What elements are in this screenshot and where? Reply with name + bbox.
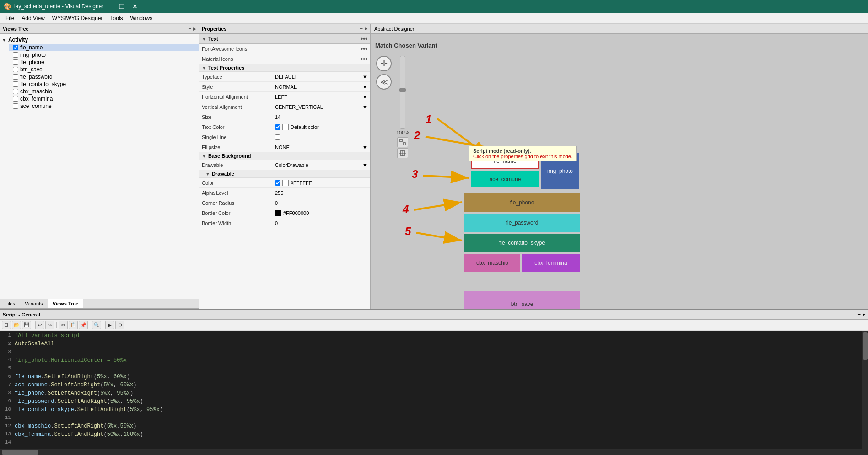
script-undo-btn[interactable]: ↩: [35, 321, 44, 329]
script-copy-btn[interactable]: 📋: [69, 321, 78, 329]
script-line-6: 6 fle_name.SetLeftAndRight(5%x, 60%x): [0, 374, 862, 382]
widget-ace-comune[interactable]: ace_comune: [471, 171, 539, 187]
code-vscrollbar[interactable]: [862, 331, 868, 449]
prop-value-horiz-align[interactable]: LEFT ▼: [275, 94, 367, 100]
text-props-section[interactable]: ▼ Text Properties: [199, 64, 370, 72]
script-minimize[interactable]: −: [858, 311, 861, 317]
tree-checkbox-fle-phone[interactable]: [13, 59, 18, 65]
tree-item-cbx-maschio[interactable]: cbx_maschio: [9, 88, 199, 95]
tree-item-fle-contatto-skype[interactable]: fle_contatto_skype: [9, 80, 199, 88]
zoom-handle[interactable]: [399, 88, 406, 92]
tree-checkbox-cbx-maschio[interactable]: [13, 89, 18, 94]
prop-label-border-color: Border Color: [202, 210, 275, 216]
script-redo-btn[interactable]: ↪: [45, 321, 54, 329]
tree-item-cbx-femmina[interactable]: cbx_femmina: [9, 95, 199, 102]
fontawesome-dots[interactable]: •••: [361, 45, 367, 53]
script-cut-btn[interactable]: ✂: [59, 321, 68, 329]
svg-line-10: [416, 233, 462, 241]
widget-cbx-maschio[interactable]: cbx_maschio: [464, 254, 520, 272]
script-paste-btn[interactable]: 📌: [79, 321, 88, 329]
widget-btn-save[interactable]: btn_save: [464, 291, 580, 309]
prop-value-style[interactable]: NORMAL ▼: [275, 84, 367, 90]
tab-files[interactable]: Files: [0, 299, 20, 308]
typeface-dropdown-arrow[interactable]: ▼: [362, 74, 367, 80]
close-button[interactable]: ✕: [130, 3, 140, 10]
script-debug-btn[interactable]: ⚙: [115, 321, 124, 329]
prop-row-material: Material Icons •••: [199, 54, 370, 64]
drawable-dropdown-arrow[interactable]: ▼: [362, 162, 367, 168]
drawable-subsection[interactable]: ▼ Drawable: [199, 170, 370, 178]
vert-align-dropdown-arrow[interactable]: ▼: [362, 104, 367, 110]
style-dropdown-arrow[interactable]: ▼: [362, 84, 367, 90]
tree-checkbox-img-photo[interactable]: [13, 52, 18, 58]
menu-add-view[interactable]: Add View: [18, 14, 48, 22]
prop-value-drawable[interactable]: ColorDrawable ▼: [275, 162, 367, 168]
tree-activity: ▼ Activity: [0, 36, 199, 44]
text-section-header[interactable]: ▼ Text •••: [199, 34, 370, 44]
widget-cbx-femmina[interactable]: cbx_femmina: [522, 254, 580, 272]
menu-tools[interactable]: Tools: [107, 14, 127, 22]
base-bg-section[interactable]: ▼ Base Background: [199, 152, 370, 160]
properties-header: Properties − ▸: [199, 24, 370, 34]
prop-value-ellipsize[interactable]: NONE ▼: [275, 145, 367, 150]
script-new-btn[interactable]: 🗒: [2, 321, 11, 329]
tree-item-fle-name[interactable]: fle_name: [9, 44, 199, 51]
single-line-checkbox[interactable]: [275, 134, 280, 140]
code-hscrollbar[interactable]: [0, 449, 868, 455]
widget-fle-contatto-skype[interactable]: fle_contatto_skype: [464, 234, 580, 252]
prop-value-material: •••: [275, 55, 367, 63]
color-checkbox[interactable]: [275, 180, 280, 186]
text-section-menu[interactable]: •••: [361, 35, 367, 43]
tab-views-tree[interactable]: Views Tree: [48, 299, 84, 308]
tree-checkbox-btn-save[interactable]: [13, 67, 18, 72]
menu-file[interactable]: File: [2, 14, 18, 22]
views-tree-close[interactable]: ▸: [193, 26, 196, 32]
tree-label-img-photo: img_photo: [20, 52, 46, 58]
script-find-btn[interactable]: 🔍: [92, 321, 101, 329]
widget-fle-password[interactable]: fle_password: [464, 214, 580, 232]
tree-expand-arrow[interactable]: ▼: [2, 37, 6, 43]
titlebar: 🎨 lay_scheda_utente - Visual Designer — …: [0, 0, 868, 13]
tree-item-btn-save[interactable]: btn_save: [9, 66, 199, 73]
views-tree-minimize[interactable]: −: [189, 26, 191, 32]
tree-checkbox-fle-password[interactable]: [13, 74, 18, 80]
minimize-button[interactable]: —: [103, 3, 113, 10]
widget-fle-phone[interactable]: fle_phone: [464, 193, 580, 212]
script-run-btn[interactable]: ▶: [105, 321, 114, 329]
material-dots[interactable]: •••: [361, 55, 367, 63]
tree-checkbox-fle-contatto-skype[interactable]: [13, 81, 18, 87]
maximize-button[interactable]: ❐: [117, 3, 127, 10]
properties-minimize[interactable]: −: [360, 26, 363, 32]
zoom-fit-button[interactable]: [397, 137, 408, 147]
properties-close[interactable]: ▸: [365, 26, 367, 32]
ellipsize-dropdown-arrow[interactable]: ▼: [362, 145, 367, 150]
tab-variants[interactable]: Variants: [20, 299, 48, 308]
code-vscroll-thumb[interactable]: [863, 332, 868, 360]
horiz-align-dropdown-arrow[interactable]: ▼: [362, 94, 367, 100]
prop-row-size: Size 14: [199, 112, 370, 122]
tree-checkbox-ace-comune[interactable]: [13, 103, 18, 109]
tree-item-fle-password[interactable]: fle_password: [9, 73, 199, 80]
code-area[interactable]: 1 'All variants script 2 AutoScaleAll 3 …: [0, 331, 862, 449]
script-restore[interactable]: ▸: [863, 311, 865, 317]
tree-item-ace-comune[interactable]: ace_comune: [9, 102, 199, 110]
nav-back[interactable]: ≪: [376, 74, 392, 90]
menu-windows[interactable]: Windows: [127, 14, 156, 22]
menu-wysiwyg[interactable]: WYSIWYG Designer: [49, 14, 107, 22]
tree-checkbox-cbx-femmina[interactable]: [13, 96, 18, 102]
svg-rect-1: [403, 143, 405, 145]
code-hscroll-thumb[interactable]: [2, 450, 38, 455]
tree-item-img-photo[interactable]: img_photo: [9, 51, 199, 59]
tree-item-fle-phone[interactable]: fle_phone: [9, 59, 199, 66]
zoom-track[interactable]: [400, 56, 405, 129]
prop-label-color: Color: [202, 180, 275, 186]
nav-compass[interactable]: ✛: [376, 56, 392, 71]
text-color-checkbox[interactable]: [275, 124, 280, 130]
views-tree-title: Views Tree: [3, 26, 29, 32]
tree-checkbox-fle-name[interactable]: [13, 45, 18, 50]
zoom-center-button[interactable]: [397, 148, 408, 158]
prop-value-vert-align[interactable]: CENTER_VERTICAL ▼: [275, 104, 367, 110]
script-open-btn[interactable]: 📂: [12, 321, 21, 329]
script-save-btn[interactable]: 💾: [22, 321, 31, 329]
prop-value-typeface[interactable]: DEFAULT ▼: [275, 74, 367, 80]
